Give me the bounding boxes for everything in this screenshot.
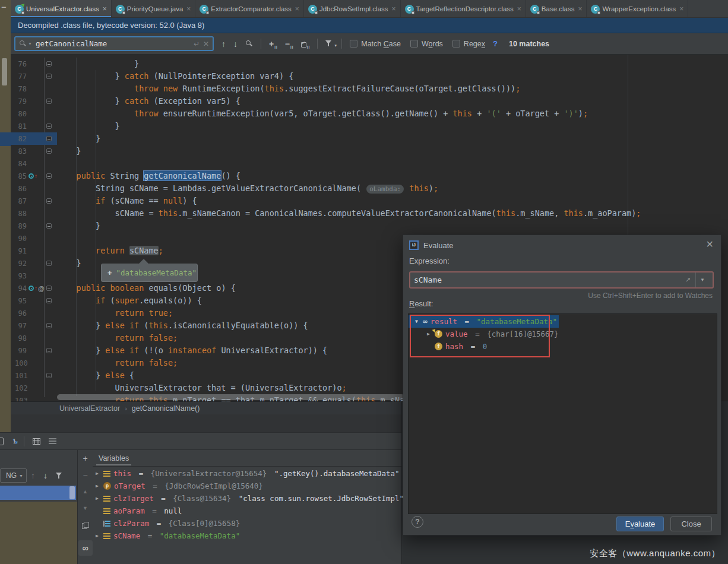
gutter-cell[interactable]: 86 — [11, 182, 57, 195]
code-text[interactable]: sCName = this.m_sNameCanon = CanonicalNa… — [57, 207, 641, 220]
fold-marker[interactable] — [46, 373, 52, 378]
variable-row[interactable]: ▶poTarget = {JdbcRowSetImpl@15640} — [94, 480, 400, 492]
previous-occurrence-button[interactable]: ↑ — [221, 40, 226, 48]
gutter-cell[interactable]: 80 — [11, 107, 57, 120]
tab-close-icon[interactable]: × — [186, 5, 191, 13]
line-number[interactable]: 78 — [15, 85, 27, 93]
hide-frames-filter-button[interactable] — [56, 472, 64, 480]
fold-marker[interactable] — [46, 148, 52, 154]
selected-frame-row[interactable] — [0, 486, 76, 500]
select-all-occurrences-button[interactable] — [301, 39, 310, 49]
code-line[interactable]: 79 } catch (Exception var5) { — [11, 95, 728, 107]
expand-editor-icon[interactable]: ↗ — [685, 276, 691, 284]
code-text[interactable]: } — [57, 132, 100, 145]
line-number[interactable]: 97 — [15, 322, 27, 330]
code-line[interactable]: 89 } — [11, 220, 728, 232]
line-number[interactable]: 87 — [15, 197, 27, 205]
move-up-button[interactable]: ▲ — [78, 483, 93, 500]
tab-universalextractor-class[interactable]: CUniversalExtractor.class× — [11, 0, 112, 18]
newline-icon[interactable]: ↵ — [194, 40, 200, 48]
line-number[interactable]: 99 — [15, 347, 27, 355]
gutter-cell[interactable]: 102 — [11, 382, 57, 394]
code-line[interactable]: 80 throw ensureRuntimeException(var5, oT… — [11, 107, 728, 120]
fold-marker[interactable] — [46, 323, 52, 328]
expand-icon[interactable]: ▶ — [94, 496, 100, 501]
gutter-cell[interactable]: 77 — [11, 70, 57, 83]
code-line[interactable]: 87 if (sCName == null) { — [11, 195, 728, 207]
line-number[interactable]: 89 — [15, 222, 27, 230]
line-number[interactable]: 95 — [15, 297, 27, 305]
search-options-caret-icon[interactable]: ▼ — [28, 42, 32, 46]
result-row[interactable]: ▶fvalue = {char[16]@15667} — [409, 328, 717, 340]
gutter-cell[interactable]: 88 — [11, 207, 57, 220]
gutter-cell[interactable]: 81 — [11, 120, 57, 132]
tab-priorityqueue-java[interactable]: CPriorityQueue.java× — [112, 0, 196, 18]
code-line[interactable]: 77 } catch (NullPointerException var4) { — [11, 70, 728, 83]
breadcrumb-class[interactable]: UniversalExtractor — [59, 404, 120, 413]
search-option-words[interactable]: Words — [410, 40, 443, 48]
thread-dropdown[interactable]: NG ▼ — [0, 468, 27, 483]
expand-icon[interactable]: ▶ — [94, 533, 100, 538]
line-number[interactable]: 77 — [15, 72, 27, 81]
code-text[interactable]: } else if (!(o instanceof UniversalExtra… — [57, 344, 327, 357]
line-number[interactable]: 100 — [15, 359, 27, 367]
next-occurrence-button[interactable]: ↓ — [233, 40, 238, 48]
code-line[interactable]: 85↑ public String getCanonicalName() { — [11, 170, 728, 182]
tab-jdbcrowsetimpl-class[interactable]: CJdbcRowSetImpl.class× — [304, 0, 401, 18]
code-text[interactable]: } catch (Exception var5) { — [57, 95, 240, 107]
line-number[interactable]: 103 — [15, 397, 27, 402]
gutter-cell[interactable]: 92 — [11, 257, 57, 270]
move-down-button[interactable]: ▼ — [78, 500, 93, 517]
search-option-regex[interactable]: Regex — [452, 40, 485, 48]
breadcrumb-method[interactable]: getCanonicalName() — [132, 404, 200, 413]
code-line[interactable]: 78 throw new RuntimeException(this.sugge… — [11, 83, 728, 95]
scrollbar-thumb[interactable] — [2, 58, 7, 85]
expression-history-button[interactable]: ▼ — [696, 277, 709, 283]
variable-row[interactable]: clzParam = {Class[0]@15658} — [94, 517, 400, 530]
line-number[interactable]: 90 — [15, 235, 27, 243]
find-all-button[interactable] — [245, 40, 253, 47]
code-text[interactable]: throw ensureRuntimeException(var5, oTarg… — [57, 107, 588, 120]
line-number[interactable]: 86 — [15, 185, 27, 193]
line-number[interactable]: 82 — [15, 135, 27, 143]
line-number[interactable]: 98 — [15, 334, 27, 343]
line-number[interactable]: 76 — [15, 60, 27, 68]
remove-selection-button[interactable]: − — [285, 39, 293, 49]
tab-base-class[interactable]: CBase.class× — [526, 0, 587, 18]
fold-marker[interactable] — [46, 136, 52, 141]
clipped-tool-icon[interactable] — [0, 438, 4, 445]
gutter-cell[interactable]: 79 — [11, 95, 57, 107]
search-option-match-case[interactable]: Match Case — [350, 40, 401, 48]
line-number[interactable]: 80 — [15, 110, 27, 118]
code-line[interactable]: 83 } — [11, 145, 728, 157]
gutter-cell[interactable]: 76 — [11, 58, 57, 70]
gutter-cell[interactable]: 103 — [11, 394, 57, 401]
gutter-cell[interactable]: 100 — [11, 357, 57, 369]
duplicate-watch-button[interactable] — [78, 517, 93, 533]
code-text[interactable]: return sCName; — [57, 245, 163, 257]
code-text[interactable]: } — [57, 120, 120, 132]
line-number[interactable]: 85 — [15, 172, 27, 180]
tab-close-icon[interactable]: × — [295, 5, 299, 13]
fold-marker[interactable] — [46, 261, 52, 266]
add-selection-button[interactable]: + — [269, 39, 277, 49]
code-text[interactable]: UniversalExtractor that = (UniversalExtr… — [57, 382, 347, 394]
result-row[interactable]: fhash = 0 — [409, 340, 717, 353]
line-number[interactable]: 101 — [15, 372, 27, 380]
code-line[interactable]: 84 — [11, 157, 728, 170]
code-text[interactable]: } else if (this.isCanonicallyEquatable(o… — [57, 319, 308, 332]
fold-marker[interactable] — [46, 298, 52, 303]
fold-marker[interactable] — [46, 173, 52, 179]
gutter-cell[interactable]: 93 — [11, 270, 57, 282]
tab-close-icon[interactable]: × — [679, 5, 683, 13]
line-number[interactable]: 81 — [15, 122, 27, 131]
code-text[interactable]: } — [57, 58, 139, 70]
gutter-cell[interactable]: 96 — [11, 307, 57, 319]
code-text[interactable]: return false; — [57, 357, 178, 369]
expand-value-icon[interactable]: + — [107, 268, 112, 277]
code-text[interactable]: if (sCName == null) { — [57, 195, 197, 207]
tab-wrapperexception-class[interactable]: CWrapperException.class× — [587, 0, 688, 18]
checkbox[interactable] — [350, 40, 357, 47]
frame-down-button[interactable]: ↓ — [43, 471, 48, 480]
gutter-cell[interactable]: 94↑@ — [11, 282, 57, 294]
